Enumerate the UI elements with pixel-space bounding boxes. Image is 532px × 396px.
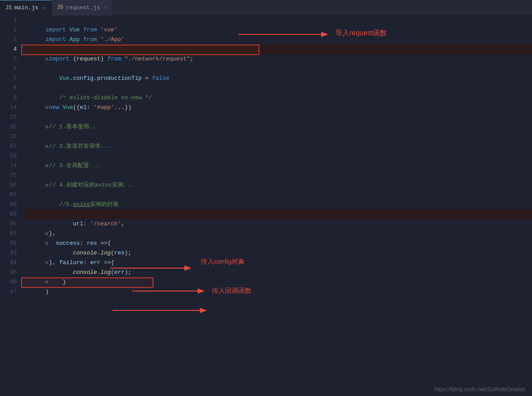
code-line-89: url: '/search', — [25, 209, 532, 219]
tab-request-js-label: request.js — [66, 4, 100, 11]
code-line-95: ⊟ } — [25, 268, 532, 277]
line-num-94: 94 — [0, 258, 17, 268]
line-num-92: 92 — [0, 239, 17, 248]
line-num-2: 2 — [0, 25, 17, 35]
line-num-5: 5 — [0, 54, 17, 64]
code-line-90: ⊟}, — [25, 219, 532, 229]
code-line-92: console.log(res); — [25, 239, 532, 248]
line-num-74: 74 — [0, 161, 17, 171]
tab-request-js[interactable]: JS request.js ✕ — [52, 0, 113, 15]
line-num-93: 93 — [0, 248, 17, 258]
code-line-8: /* eslint-disable no-new */ — [25, 83, 532, 93]
tab-bar: JS main.js ✕ JS request.js ✕ — [0, 0, 532, 15]
line-num-33: 33 — [0, 132, 17, 142]
line-number-gutter: 1 2 3 4 5 6 7 8 9 14 15 32 33 52 53 74 7… — [0, 15, 21, 396]
code-area: import Vue from 'vue' import App from '.… — [21, 15, 532, 396]
code-line-33: ⊟// 2.发送并发请求... — [25, 132, 532, 142]
line-num-7: 7 — [0, 74, 17, 83]
code-line-97 — [25, 287, 532, 297]
line-num-14: 14 — [0, 103, 17, 112]
editor: 1 2 3 4 5 6 7 8 9 14 15 32 33 52 53 74 7… — [0, 15, 532, 396]
line-num-91: 91 — [0, 229, 17, 239]
code-line-88: ⊟request( config: { — [25, 200, 532, 209]
js-icon-2: JS — [57, 4, 63, 11]
code-line-1: import Vue from 'vue' — [25, 15, 532, 25]
line-num-52: 52 — [0, 142, 17, 151]
code-line-5 — [25, 54, 532, 64]
tab-request-js-close[interactable]: ✕ — [105, 5, 108, 11]
code-line-75: ⊟// 4.创建对应的axios实例... — [25, 171, 532, 180]
line-num-6: 6 — [0, 64, 17, 74]
line-num-8: 8 — [0, 83, 17, 93]
code-line-94: console.log(err); — [25, 258, 532, 268]
code-line-91: ⊟ success: res =>{ — [25, 229, 532, 239]
line-num-88: 88 — [0, 200, 17, 209]
credit-text: https://blog.csdn.net/SuihideOmelet — [435, 386, 525, 392]
line-num-86: 86 — [0, 180, 17, 190]
line-num-96: 96 — [0, 277, 17, 287]
code-line-86 — [25, 180, 532, 190]
code-line-3: import router from './router' — [25, 35, 532, 45]
code-line-15: ⊟// 1.基本使用... — [25, 112, 532, 122]
line-num-75: 75 — [0, 171, 17, 180]
code-line-9: ⊟new Vue({el: '#app'...}) — [25, 93, 532, 103]
line-num-95: 95 — [0, 268, 17, 277]
line-num-9: 9 — [0, 93, 17, 103]
line-num-89: 89 — [0, 209, 17, 219]
line-num-4: 4 — [0, 45, 17, 54]
code-line-52 — [25, 142, 532, 151]
code-line-4: ⊟import {request} from "./network/reques… — [25, 45, 532, 54]
tab-main-js-close[interactable]: ✕ — [43, 5, 46, 11]
js-icon: JS — [5, 5, 11, 11]
line-num-53: 53 — [0, 151, 17, 161]
line-num-15: 15 — [0, 112, 17, 122]
tab-main-js-label: main.js — [14, 4, 38, 11]
code-line-14 — [25, 103, 532, 112]
code-line-6: Vue.config.productionTip = false — [25, 64, 532, 74]
code-line-53: ⊟// 3.全局配置... — [25, 151, 532, 161]
code-line-96: ) — [25, 277, 532, 287]
code-line-2: import App from './App' — [25, 25, 532, 35]
line-num-32: 32 — [0, 122, 17, 132]
code-line-87: //5.axios实例的封装 — [25, 190, 532, 200]
line-num-87: 87 — [0, 190, 17, 200]
code-line-93: ⊟}, failure: err =>{ — [25, 248, 532, 258]
line-num-90: 90 — [0, 219, 17, 229]
tab-main-js[interactable]: JS main.js ✕ — [0, 0, 52, 15]
line-num-97: 97 — [0, 287, 17, 297]
code-line-32 — [25, 122, 532, 132]
line-num-3: 3 — [0, 35, 17, 45]
code-line-74 — [25, 161, 532, 171]
code-line-7 — [25, 74, 532, 83]
line-num-1: 1 — [0, 15, 17, 25]
